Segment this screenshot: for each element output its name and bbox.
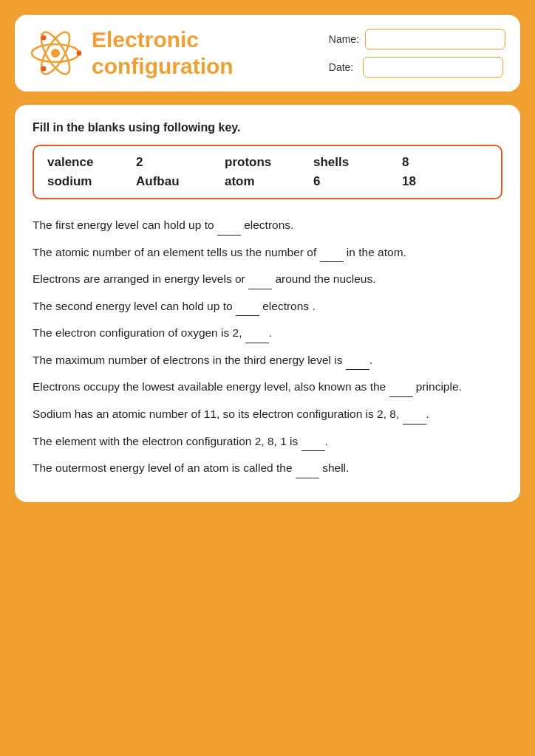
blank: [248, 269, 272, 289]
svg-point-5: [41, 35, 47, 41]
blank: [403, 405, 426, 425]
blank: [301, 432, 325, 452]
question: The element with the electron configurat…: [33, 432, 502, 452]
header-left: Electronic configuration: [30, 27, 234, 80]
main-card: Fill in the blanks using following key. …: [15, 105, 520, 502]
blank: [236, 297, 259, 317]
name-input[interactable]: [365, 29, 505, 49]
key-item: 8: [402, 155, 488, 170]
key-item: 2: [136, 155, 222, 170]
blank: [245, 323, 269, 343]
atom-icon: [30, 27, 81, 79]
question: The maximum number of electrons in the t…: [33, 351, 502, 371]
header-title: Electronic configuration: [92, 27, 234, 80]
svg-point-0: [51, 49, 60, 58]
header: Electronic configuration Name: Date:: [15, 15, 520, 92]
question: The electron configuration of oxygen is …: [33, 323, 502, 343]
blank: [296, 458, 319, 478]
svg-point-6: [41, 66, 47, 72]
question: The outermost energy level of an atom is…: [33, 458, 502, 478]
blank: [346, 351, 369, 371]
blank: [389, 377, 413, 397]
key-item: atom: [225, 174, 310, 189]
question: Electrons occupy the lowest available en…: [33, 377, 502, 397]
main-card-wrapper: Fill in the blanks using following key. …: [15, 105, 520, 502]
header-fields: Name: Date:: [329, 29, 505, 78]
key-item: valence: [47, 155, 133, 170]
blank: [217, 216, 241, 236]
instruction: Fill in the blanks using following key.: [33, 121, 502, 134]
name-label: Name:: [329, 33, 359, 45]
question: Sodium has an atomic number of 11, so it…: [33, 405, 502, 425]
page-wrapper: Electronic configuration Name: Date: Fil…: [15, 15, 520, 756]
question: Electrons are arranged in energy levels …: [33, 269, 502, 289]
name-field-row: Name:: [329, 29, 505, 49]
key-item: 6: [313, 174, 399, 189]
questions: The first energy level can hold up to el…: [33, 216, 502, 486]
date-label: Date:: [329, 61, 357, 73]
key-item: shells: [313, 155, 399, 170]
key-item: Aufbau: [136, 174, 222, 189]
key-item: protons: [225, 155, 310, 170]
date-input[interactable]: [363, 57, 503, 78]
blank: [320, 243, 344, 263]
key-item: 18: [402, 174, 488, 189]
key-box: valence2protonsshells8sodiumAufbauatom61…: [33, 145, 502, 199]
date-field-row: Date:: [329, 57, 505, 78]
svg-point-4: [77, 51, 82, 56]
question: The atomic number of an element tells us…: [33, 243, 502, 263]
question: The second energy level can hold up to e…: [33, 297, 502, 317]
key-item: sodium: [47, 174, 133, 189]
question: The first energy level can hold up to el…: [33, 216, 502, 236]
